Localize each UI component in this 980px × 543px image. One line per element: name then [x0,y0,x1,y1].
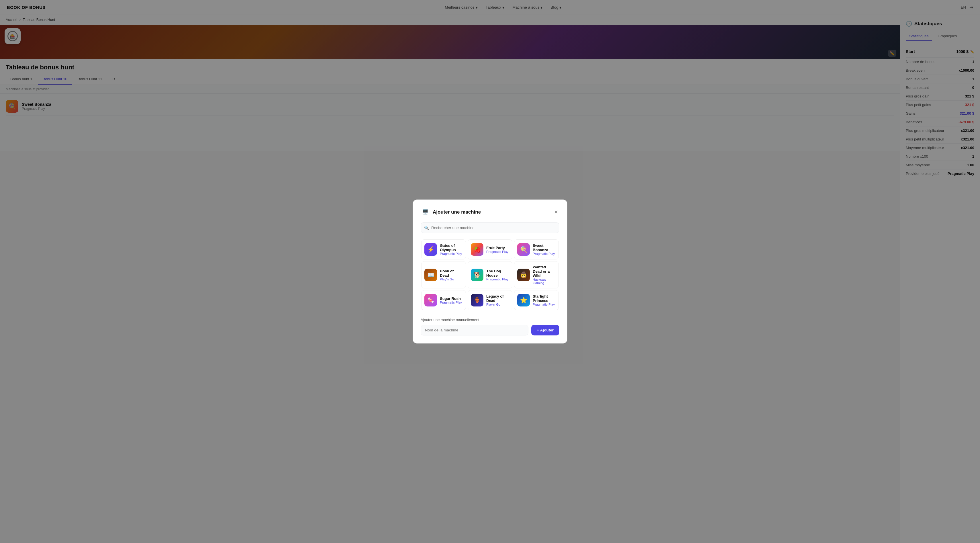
game-item-sugar-rush[interactable]: 🍬 Sugar Rush Pragmatic Play [421,290,466,310]
manual-add-row: + Ajouter [421,325,559,336]
game-name-fruit: Fruit Party [486,246,508,250]
search-input[interactable] [421,223,559,233]
manual-add-section: Ajouter une machine manuellement + Ajout… [421,318,559,336]
game-thumb-sugar-rush: 🍬 [425,294,437,306]
game-name-legacy: Legacy of Dead [486,294,509,303]
game-item-fruit[interactable]: 🍓 Fruit Party Pragmatic Play [468,239,512,260]
game-info-fruit: Fruit Party Pragmatic Play [486,246,508,253]
game-provider-dog-house: Pragmatic Play [486,277,509,281]
game-provider-starlight: Pragmatic Play [533,303,555,306]
game-name-gates: Gates of Olympus [440,244,463,252]
game-name-sugar-rush: Sugar Rush [440,296,462,301]
game-thumb-book-of-dead: 📖 [425,269,437,281]
search-icon: 🔍 [424,226,429,230]
game-info-legacy: Legacy of Dead Play'n Go [486,294,509,306]
game-item-legacy[interactable]: 🏺 Legacy of Dead Play'n Go [468,290,512,310]
game-provider-legacy: Play'n Go [486,303,509,306]
game-info-starlight: Starlight Princess Pragmatic Play [533,294,555,306]
game-thumb-gates: ⚡ [425,243,437,256]
game-provider-book-of-dead: Play'n Go [440,277,463,281]
game-thumb-fruit: 🍓 [471,243,484,256]
game-provider-sugar-rush: Pragmatic Play [440,301,462,304]
game-info-book-of-dead: Book of Dead Play'n Go [440,269,463,281]
game-thumb-starlight: ⭐ [517,294,530,306]
game-info-gates: Gates of Olympus Pragmatic Play [440,244,463,255]
game-item-gates[interactable]: ⚡ Gates of Olympus Pragmatic Play [421,239,466,260]
add-machine-modal: 🖥️ Ajouter une machine ✕ 🔍 ⚡ Gates of Ol… [413,199,567,344]
modal-header: 🖥️ Ajouter une machine ✕ [421,207,559,217]
game-item-book-of-dead[interactable]: 📖 Book of Dead Play'n Go [421,261,466,288]
modal-title: Ajouter une machine [433,209,481,215]
game-info-sweet-bonanza: Sweet Bonanza Pragmatic Play [533,244,555,255]
modal-close-button[interactable]: ✕ [553,209,559,216]
game-name-book-of-dead: Book of Dead [440,269,463,277]
game-item-sweet-bonanza[interactable]: 🍭 Sweet Bonanza Pragmatic Play [514,239,559,260]
modal-title-row: 🖥️ Ajouter une machine [421,207,481,217]
game-info-dog-house: The Dog House Pragmatic Play [486,269,509,281]
game-item-starlight[interactable]: ⭐ Starlight Princess Pragmatic Play [514,290,559,310]
game-provider-sweet-bonanza: Pragmatic Play [533,252,555,255]
game-thumb-sweet-bonanza: 🍭 [517,243,530,256]
game-provider-fruit: Pragmatic Play [486,250,508,253]
game-name-wanted: Wanted Dead or a Wild [533,265,555,278]
game-name-starlight: Starlight Princess [533,294,555,303]
game-provider-gates: Pragmatic Play [440,252,463,255]
modal-overlay[interactable]: 🖥️ Ajouter une machine ✕ 🔍 ⚡ Gates of Ol… [0,0,980,543]
game-info-wanted: Wanted Dead or a Wild Hacksaw Gaming [533,265,555,285]
game-item-dog-house[interactable]: 🐕 The Dog House Pragmatic Play [468,261,512,288]
game-provider-wanted: Hacksaw Gaming [533,278,555,285]
game-thumb-wanted: 🤠 [517,269,530,281]
game-thumb-dog-house: 🐕 [471,269,484,281]
game-item-wanted[interactable]: 🤠 Wanted Dead or a Wild Hacksaw Gaming [514,261,559,288]
game-info-sugar-rush: Sugar Rush Pragmatic Play [440,296,462,304]
add-machine-button[interactable]: + Ajouter [531,325,559,336]
manual-machine-input[interactable] [421,325,528,336]
search-wrapper: 🔍 [421,223,559,233]
game-thumb-legacy: 🏺 [471,294,484,306]
game-grid: ⚡ Gates of Olympus Pragmatic Play 🍓 Frui… [421,239,559,311]
game-name-dog-house: The Dog House [486,269,509,277]
modal-machine-icon: 🖥️ [421,207,430,217]
game-name-sweet-bonanza: Sweet Bonanza [533,244,555,252]
manual-add-label: Ajouter une machine manuellement [421,318,559,322]
